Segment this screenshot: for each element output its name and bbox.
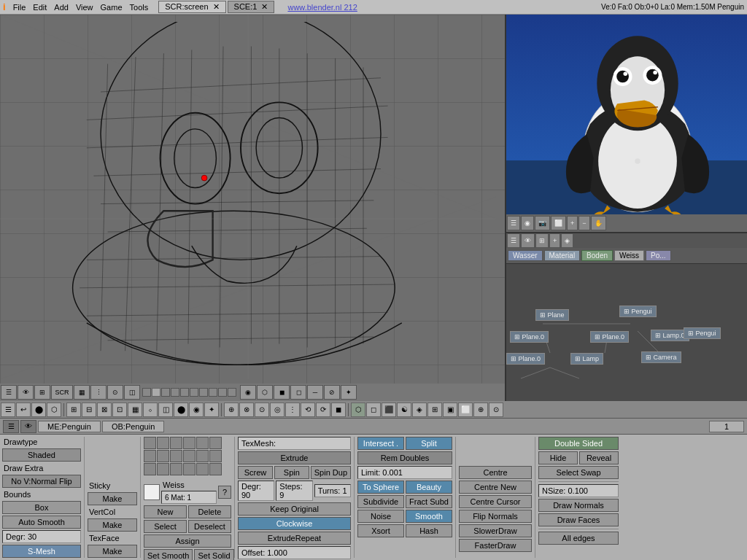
deselect-btn[interactable]: Deselect (188, 520, 231, 533)
toolbar-btn-27[interactable]: ◈ (412, 402, 427, 417)
bounds-dropdown[interactable]: Box (2, 501, 81, 514)
new-btn[interactable]: New (144, 505, 187, 518)
sq-9[interactable] (170, 450, 182, 462)
split-btn[interactable]: Split (406, 437, 452, 450)
vertcol-make-btn[interactable]: Make (88, 518, 137, 532)
select-swap-btn[interactable]: Select Swap (538, 466, 619, 479)
sq-11[interactable] (196, 450, 209, 462)
toolbar-btn-21[interactable]: ⟳ (316, 402, 330, 417)
vp-btn-view[interactable]: 👁 (18, 385, 34, 400)
steps-input[interactable]: Steps: 9 (276, 481, 312, 501)
toolbar-btn-5[interactable]: ⊞ (66, 402, 81, 417)
toolbar-btn-24[interactable]: ◻ (366, 402, 381, 417)
toolbar-btn-31[interactable]: ⊕ (473, 402, 488, 417)
keep-original-btn[interactable]: Keep Original (238, 502, 351, 516)
toolbar-btn-32[interactable]: ⊙ (489, 402, 503, 417)
toolbar-btn-7[interactable]: ⊠ (97, 402, 112, 417)
node-editor[interactable]: ☰ 👁 ⊞ + ◈ Wasser Material Boden Weis (506, 233, 747, 401)
toolbar-btn-22[interactable]: ◼ (331, 402, 346, 417)
vp-btn-edge[interactable]: ─ (307, 385, 323, 400)
fract-subd-btn[interactable]: Fract Subd (406, 495, 452, 508)
toolbar-btn-17[interactable]: ⊙ (255, 402, 269, 417)
all-edges-btn[interactable]: All edges (538, 532, 619, 545)
centre-new-btn[interactable]: Centre New (459, 481, 532, 494)
question-btn[interactable]: ? (218, 486, 231, 499)
layer-6[interactable] (190, 388, 198, 397)
texface-make-btn[interactable]: Make (88, 545, 137, 558)
rem-doubles-btn[interactable]: Rem Doubles (357, 451, 452, 464)
sq-10[interactable] (183, 450, 196, 462)
spin-btn[interactable]: Spin (274, 466, 309, 479)
render-btn-minus[interactable]: − (578, 216, 589, 230)
vp-btn-zoom[interactable]: SCR (51, 385, 73, 400)
toolbar-btn-1[interactable]: ☰ (1, 402, 15, 417)
double-sided-btn[interactable]: Double Sided (538, 437, 619, 450)
nsize-input[interactable]: NSize: 0.100 (538, 484, 619, 497)
toolbar-btn-2[interactable]: ↩ (16, 402, 31, 417)
toolbar-btn-6[interactable]: ⊟ (82, 402, 96, 417)
node-plane0-2[interactable]: ⊞ Plane.0 (590, 331, 629, 343)
subdivide-btn[interactable]: Subdivide (357, 495, 404, 508)
toolbar-btn-19[interactable]: ⋮ (285, 402, 300, 417)
status-viewport-icon[interactable]: 👁 (20, 420, 36, 433)
sq-4[interactable] (183, 437, 196, 449)
color-swatch[interactable] (144, 484, 160, 500)
toolbar-btn-29[interactable]: ▣ (443, 402, 457, 417)
intersect-btn[interactable]: Intersect . (357, 437, 404, 450)
menu-edit[interactable]: Edit (33, 3, 47, 12)
node-btn-select[interactable]: ⊞ (535, 233, 549, 248)
vp-btn-menu[interactable]: ☰ (1, 385, 17, 400)
sq-14[interactable] (157, 463, 169, 475)
sq-7[interactable] (144, 450, 156, 462)
sq-3[interactable] (170, 437, 182, 449)
toolbar-btn-16[interactable]: ⊗ (239, 402, 254, 417)
layer-1[interactable] (142, 388, 151, 397)
node-btn-node[interactable]: ◈ (561, 233, 573, 248)
toolbar-btn-10[interactable]: ⬦ (143, 402, 158, 417)
slower-draw-btn[interactable]: SlowerDraw (459, 524, 532, 537)
vp-btn-vertex[interactable]: ◻ (290, 385, 306, 400)
node-plane0-3[interactable]: ⊞ Plane.0 (506, 353, 545, 365)
centre-btn[interactable]: Centre (459, 466, 532, 479)
node-camera[interactable]: ⊞ Camera (641, 351, 681, 363)
sq-1[interactable] (144, 437, 156, 449)
centre-cursor-btn[interactable]: Centre Cursor (459, 495, 532, 508)
node-btn-add[interactable]: + (549, 233, 560, 248)
set-solid-btn[interactable]: Set Solid (194, 549, 233, 560)
select-btn[interactable]: Select (144, 520, 187, 533)
toolbar-btn-12[interactable]: ⬤ (174, 402, 188, 417)
toolbar-btn-26[interactable]: ☯ (397, 402, 411, 417)
vp-btn-face[interactable]: ◼ (274, 385, 290, 400)
render-btn-plus[interactable]: + (567, 216, 578, 230)
vp-btn-xray[interactable]: ✦ (341, 385, 357, 400)
extrude-repeat-btn[interactable]: ExtrudeRepeat (238, 532, 351, 545)
sticky-make-btn[interactable]: Make (88, 492, 137, 505)
to-sphere-btn[interactable]: To Sphere (357, 481, 404, 494)
layer-3[interactable] (161, 388, 170, 397)
layer-9[interactable] (218, 388, 227, 397)
layer-7[interactable] (199, 388, 208, 397)
node-btn-view[interactable]: 👁 (521, 233, 535, 248)
assign-btn[interactable]: Assign (144, 534, 231, 548)
vp-btn-occlude[interactable]: ⊘ (324, 385, 340, 400)
node-plane0-1[interactable]: ⊞ Plane.0 (510, 331, 549, 343)
reveal-btn[interactable]: Reveal (579, 451, 619, 464)
vp-btn-snap[interactable]: ⋮ (90, 385, 107, 400)
toolbar-btn-28[interactable]: ⊞ (427, 402, 442, 417)
hide-btn[interactable]: Hide (538, 451, 578, 464)
screw-btn[interactable]: Screw (238, 466, 273, 479)
render-viewport[interactable]: ☰ ◉ 📷 ⬜ + − ✋ (506, 15, 747, 233)
sq-16[interactable] (183, 463, 196, 475)
draw-faces-btn[interactable]: Draw Faces (538, 513, 619, 526)
vp-btn-layer[interactable]: ◫ (124, 385, 140, 400)
sq-8[interactable] (157, 450, 169, 462)
toolbar-btn-11[interactable]: ◫ (158, 402, 173, 417)
s-mesh-btn[interactable]: S-Mesh (2, 545, 81, 558)
viewport-3d[interactable]: ☰ 👁 ⊞ SCR ▦ ⋮ ⊙ ◫ ◉ ⬡ ◼ ◻ (0, 15, 506, 401)
set-smooth-btn[interactable]: Set Smooth (144, 549, 193, 560)
toolbar-btn-14[interactable]: ✦ (204, 402, 219, 417)
vp-btn-pivot[interactable]: ⊙ (107, 385, 123, 400)
layer-8[interactable] (209, 388, 217, 397)
sq-2[interactable] (157, 437, 169, 449)
sq-5[interactable] (196, 437, 209, 449)
